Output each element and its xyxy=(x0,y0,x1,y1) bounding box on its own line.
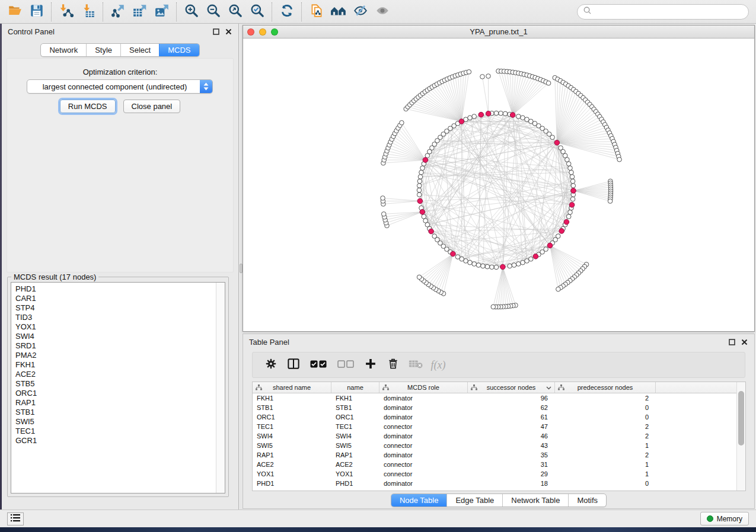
table-row[interactable]: YOX1YOX1connector291 xyxy=(253,469,736,479)
table-cell: 46 xyxy=(468,432,555,440)
save-session-button[interactable] xyxy=(25,2,47,22)
result-item[interactable]: GCR1 xyxy=(15,436,216,446)
select-all-button[interactable] xyxy=(305,354,332,376)
result-item[interactable]: SWI5 xyxy=(15,417,216,427)
zoom-in-button[interactable] xyxy=(180,2,202,22)
table-body: FKH1FKH1dominator962STB1STB1dominator620… xyxy=(253,393,736,488)
table-row[interactable]: SWI5SWI5connector431 xyxy=(253,441,736,450)
tab-style[interactable]: Style xyxy=(86,44,120,56)
table-cell: 1 xyxy=(555,470,656,477)
column-header-MCDS-role[interactable]: MCDS role xyxy=(379,382,468,393)
zoom-selected-button[interactable] xyxy=(246,2,268,22)
network-window-titlebar[interactable]: YPA_prune.txt_1 xyxy=(243,25,754,39)
import-network-button[interactable] xyxy=(55,2,77,22)
table-cell: 43 xyxy=(468,442,555,449)
table-scrollbar[interactable] xyxy=(736,382,745,491)
column-header-name[interactable]: name xyxy=(331,382,379,393)
table-toolbar: f(x) xyxy=(252,352,745,378)
tab-select[interactable]: Select xyxy=(120,44,159,56)
memory-button[interactable]: Memory xyxy=(700,512,749,525)
search-input[interactable] xyxy=(595,8,743,16)
deselect-all-button[interactable] xyxy=(332,354,359,376)
result-item[interactable]: TID3 xyxy=(15,313,216,322)
network-graph xyxy=(243,39,754,331)
column-header-shared-name[interactable]: shared name xyxy=(253,382,331,393)
tab-network[interactable]: Network xyxy=(41,44,86,56)
table-header-row: shared namenameMCDS rolesuccessor nodesp… xyxy=(253,382,736,393)
float-icon[interactable] xyxy=(212,27,220,36)
result-item[interactable]: STB1 xyxy=(15,408,216,417)
result-item[interactable]: PMA2 xyxy=(15,351,216,360)
table-cell: ACE2 xyxy=(253,461,331,468)
result-item[interactable]: ACE2 xyxy=(15,370,216,379)
add-column-button[interactable] xyxy=(359,354,382,376)
split-view-button[interactable] xyxy=(282,354,305,376)
table-row[interactable]: TEC1TEC1connector472 xyxy=(253,422,736,431)
table-row[interactable]: ORC1ORC1dominator610 xyxy=(253,412,736,422)
zoom-out-button[interactable] xyxy=(202,2,224,22)
gear-button[interactable] xyxy=(260,354,282,376)
result-item[interactable]: YOX1 xyxy=(15,322,216,332)
function-builder-button[interactable]: f(x) xyxy=(427,354,449,376)
tab-network-table[interactable]: Network Table xyxy=(502,494,568,507)
close-icon[interactable] xyxy=(740,338,748,346)
open-file-button[interactable] xyxy=(4,2,25,22)
network-canvas[interactable] xyxy=(243,39,754,331)
zoom-fit-button[interactable] xyxy=(224,2,246,22)
tab-edge-table[interactable]: Edge Table xyxy=(446,494,502,507)
result-item[interactable]: FKH1 xyxy=(15,360,216,370)
result-item[interactable]: STB5 xyxy=(15,379,216,389)
column-header-successor-nodes[interactable]: successor nodes xyxy=(468,382,555,393)
close-icon[interactable] xyxy=(224,27,232,36)
tab-node-table[interactable]: Node Table xyxy=(391,494,447,507)
tab-mcds[interactable]: MCDS xyxy=(159,44,199,56)
hide-selected-button[interactable] xyxy=(349,2,371,22)
delete-table-button[interactable] xyxy=(404,354,427,376)
table-cell: connector xyxy=(379,461,468,468)
column-header-predecessor-nodes[interactable]: predecessor nodes xyxy=(555,382,656,393)
result-item[interactable]: STP4 xyxy=(15,303,216,313)
table-cell: dominator xyxy=(379,451,468,459)
result-item[interactable]: TEC1 xyxy=(15,427,216,436)
close-panel-button[interactable]: Close panel xyxy=(123,100,181,113)
table-panel-tabs: Node TableEdge TableNetwork TableMotifs xyxy=(391,493,607,507)
copy-network-button[interactable] xyxy=(305,2,327,22)
result-item[interactable]: RAP1 xyxy=(15,398,216,408)
task-history-button[interactable] xyxy=(7,512,24,525)
table-cell: 96 xyxy=(468,395,555,402)
result-item[interactable]: PHD1 xyxy=(15,284,216,294)
split-view-icon xyxy=(287,358,300,372)
export-image-button[interactable] xyxy=(151,2,173,22)
refresh-button[interactable] xyxy=(276,2,298,22)
first-neighbors-button[interactable] xyxy=(327,2,349,22)
toolbar-separator xyxy=(272,2,272,21)
table-row[interactable]: STB1STB1dominator620 xyxy=(253,403,736,412)
optimization-criterion-dropdown[interactable]: largest connected component (undirected) xyxy=(27,79,213,94)
mcds-result-list[interactable]: PHD1CAR1STP4TID3YOX1SWI4SRD1PMA2FKH1ACE2… xyxy=(11,283,216,493)
result-item[interactable]: SWI4 xyxy=(15,332,216,341)
result-item[interactable]: SRD1 xyxy=(15,341,216,351)
import-table-button[interactable] xyxy=(77,2,99,22)
export-table-button[interactable] xyxy=(129,2,151,22)
table-row[interactable]: RAP1RAP1dominator352 xyxy=(253,450,736,460)
float-icon[interactable] xyxy=(728,338,736,346)
table-row[interactable]: SWI4SWI4dominator462 xyxy=(253,431,736,441)
result-item[interactable]: ORC1 xyxy=(15,389,216,398)
column-header-filler xyxy=(656,382,736,393)
table-cell: ACE2 xyxy=(331,461,379,468)
table-row[interactable]: PHD1PHD1dominator180 xyxy=(253,479,736,488)
tab-motifs[interactable]: Motifs xyxy=(568,494,606,507)
table-row[interactable]: ACE2ACE2connector311 xyxy=(253,460,736,469)
export-network-button[interactable] xyxy=(107,2,129,22)
result-list-scrollbar[interactable] xyxy=(216,283,225,493)
delete-column-button[interactable] xyxy=(382,354,404,376)
table-row[interactable]: FKH1FKH1dominator962 xyxy=(253,393,736,403)
table-cell: connector xyxy=(379,442,468,449)
table-scrollbar-thumb[interactable] xyxy=(738,391,744,446)
show-all-button[interactable] xyxy=(371,2,393,22)
table-cell: FKH1 xyxy=(331,395,379,402)
result-item[interactable]: CAR1 xyxy=(15,294,216,303)
toolbar-separator xyxy=(301,2,302,21)
search-field[interactable] xyxy=(577,4,749,20)
run-mcds-button[interactable]: Run MCDS xyxy=(60,100,116,113)
